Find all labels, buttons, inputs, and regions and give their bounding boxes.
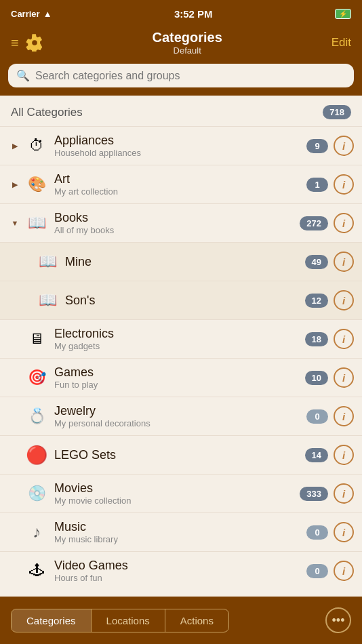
- tab-bar: Categories Locations Actions •••: [0, 597, 362, 644]
- header-left: ≡: [11, 34, 43, 52]
- category-name: Appliances: [54, 134, 306, 148]
- category-desc: My music library: [54, 534, 306, 544]
- info-button-games[interactable]: i: [334, 367, 354, 388]
- category-row[interactable]: ▶ 💿 Movies My movie collection 333 i: [0, 474, 362, 512]
- category-name: Son's: [65, 294, 305, 308]
- carrier-label: Carrier: [11, 9, 40, 19]
- category-row[interactable]: ▶ 🖥 Electronics My gadgets 18 i: [0, 319, 362, 358]
- category-desc: Hours of fun: [54, 573, 306, 583]
- category-info-sons: Son's: [65, 294, 305, 308]
- info-button-appliances[interactable]: i: [334, 136, 354, 156]
- search-icon: 🔍: [16, 69, 30, 82]
- category-info-games: Games Fun to play: [54, 365, 305, 390]
- all-categories-row: All Categories 718: [0, 96, 362, 126]
- category-icon-music: ♪: [24, 520, 49, 544]
- category-row[interactable]: ▶ 🔴 LEGO Sets 14 i: [0, 435, 362, 474]
- row-right: 0 i: [306, 406, 354, 426]
- info-button-videogames[interactable]: i: [334, 561, 354, 581]
- all-categories-label: All Categories: [11, 106, 83, 119]
- category-badge: 10: [305, 371, 328, 385]
- category-name: Music: [54, 520, 306, 534]
- category-badge: 0: [306, 409, 328, 424]
- more-button[interactable]: •••: [325, 607, 351, 633]
- category-row-sub[interactable]: 📖 Son's 12 i: [0, 281, 362, 319]
- category-badge: 9: [306, 139, 328, 153]
- page-subtitle: Default: [153, 45, 222, 56]
- expand-arrow-books[interactable]: ▼: [8, 216, 22, 230]
- row-right: 0 i: [306, 561, 354, 581]
- tab-locations[interactable]: Locations: [92, 609, 165, 632]
- category-desc: My personal decorations: [54, 418, 306, 428]
- category-name: Mine: [65, 255, 305, 269]
- category-name: Art: [54, 172, 306, 186]
- category-badge: 14: [305, 448, 328, 462]
- search-input[interactable]: [35, 70, 346, 82]
- category-info-appliances: Appliances Household appliances: [54, 134, 306, 158]
- category-row[interactable]: ▼ 📖 Books All of my books 272 i: [0, 203, 362, 242]
- info-button-sons[interactable]: i: [334, 290, 354, 310]
- status-time: 3:52 PM: [174, 8, 213, 20]
- info-button-movies[interactable]: i: [334, 483, 354, 504]
- category-badge: 18: [305, 332, 328, 346]
- expand-arrow-appliances[interactable]: ▶: [8, 139, 22, 153]
- menu-icon[interactable]: ≡: [11, 35, 19, 51]
- category-desc: My art collection: [54, 186, 306, 197]
- category-info-art: Art My art collection: [54, 172, 306, 197]
- category-name: Electronics: [54, 327, 305, 341]
- category-info-music: Music My music library: [54, 520, 306, 544]
- category-row[interactable]: ▶ 🎯 Games Fun to play 10 i: [0, 358, 362, 397]
- row-right: 10 i: [305, 367, 354, 388]
- category-icon-books: 📖: [24, 211, 49, 235]
- tab-actions[interactable]: Actions: [165, 609, 228, 632]
- category-badge: 1: [306, 178, 328, 192]
- battery-icon: ⚡: [335, 9, 351, 19]
- category-info-lego: LEGO Sets: [54, 448, 305, 462]
- category-icon-mine: 📖: [35, 249, 60, 274]
- expand-arrow-art[interactable]: ▶: [8, 178, 22, 191]
- info-button-books[interactable]: i: [334, 213, 354, 233]
- category-name: Books: [54, 211, 300, 225]
- header: ≡ Categories Default Edit: [0, 24, 362, 64]
- category-icon-videogames: 🕹: [24, 559, 49, 583]
- category-name: LEGO Sets: [54, 448, 305, 462]
- category-info-movies: Movies My movie collection: [54, 481, 300, 506]
- info-button-mine[interactable]: i: [334, 251, 354, 272]
- info-button-music[interactable]: i: [334, 522, 354, 542]
- category-row[interactable]: ▶ 💍 Jewelry My personal decorations 0 i: [0, 397, 362, 435]
- info-button-art[interactable]: i: [334, 174, 354, 195]
- tab-categories[interactable]: Categories: [12, 609, 92, 632]
- category-desc: Household appliances: [54, 148, 306, 158]
- category-desc: All of my books: [54, 225, 300, 235]
- category-icon-lego: 🔴: [24, 443, 49, 467]
- category-list: All Categories 718 ▶ ⏱ Appliances Househ…: [0, 96, 362, 644]
- info-button-jewelry[interactable]: i: [334, 406, 354, 426]
- edit-button[interactable]: Edit: [331, 36, 351, 49]
- category-name: Games: [54, 365, 305, 380]
- carrier-info: Carrier ▲: [11, 9, 52, 19]
- search-bar: 🔍: [8, 64, 354, 87]
- category-icon-movies: 💿: [24, 481, 49, 506]
- row-right: 0 i: [306, 522, 354, 542]
- settings-icon[interactable]: [26, 34, 43, 52]
- category-row-sub[interactable]: 📖 Mine 49 i: [0, 242, 362, 281]
- category-row[interactable]: ▶ ⏱ Appliances Household appliances 9 i: [0, 126, 362, 165]
- status-bar: Carrier ▲ 3:52 PM ⚡: [0, 0, 362, 24]
- category-info-jewelry: Jewelry My personal decorations: [54, 404, 306, 428]
- category-row[interactable]: ▶ 🕹 Video Games Hours of fun 0 i: [0, 551, 362, 590]
- category-icon-electronics: 🖥: [24, 327, 49, 351]
- category-row[interactable]: ▶ 🎨 Art My art collection 1 i: [0, 165, 362, 203]
- info-button-lego[interactable]: i: [334, 445, 354, 465]
- category-badge: 49: [305, 255, 328, 269]
- category-row[interactable]: ▶ ♪ Music My music library 0 i: [0, 512, 362, 551]
- wifi-icon: ▲: [43, 9, 52, 19]
- search-container: 🔍: [0, 64, 362, 96]
- info-button-electronics[interactable]: i: [334, 329, 354, 349]
- category-name: Video Games: [54, 559, 306, 573]
- category-info-videogames: Video Games Hours of fun: [54, 559, 306, 583]
- category-badge: 272: [300, 216, 328, 230]
- category-icon-appliances: ⏱: [24, 134, 49, 158]
- battery-info: ⚡: [335, 9, 351, 19]
- category-badge: 0: [306, 525, 328, 540]
- category-info-mine: Mine: [65, 255, 305, 269]
- category-icon-sons: 📖: [35, 288, 60, 313]
